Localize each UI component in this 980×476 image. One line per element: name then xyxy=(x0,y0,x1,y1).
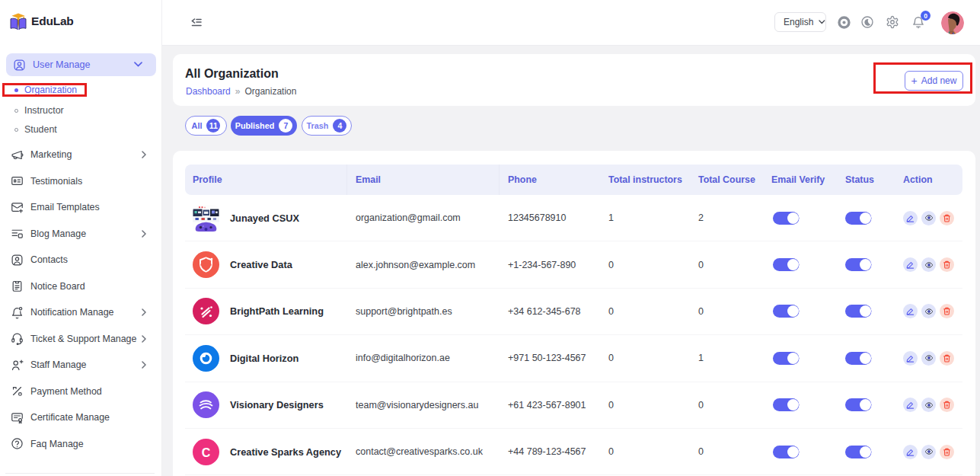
svg-text:C: C xyxy=(202,446,211,458)
